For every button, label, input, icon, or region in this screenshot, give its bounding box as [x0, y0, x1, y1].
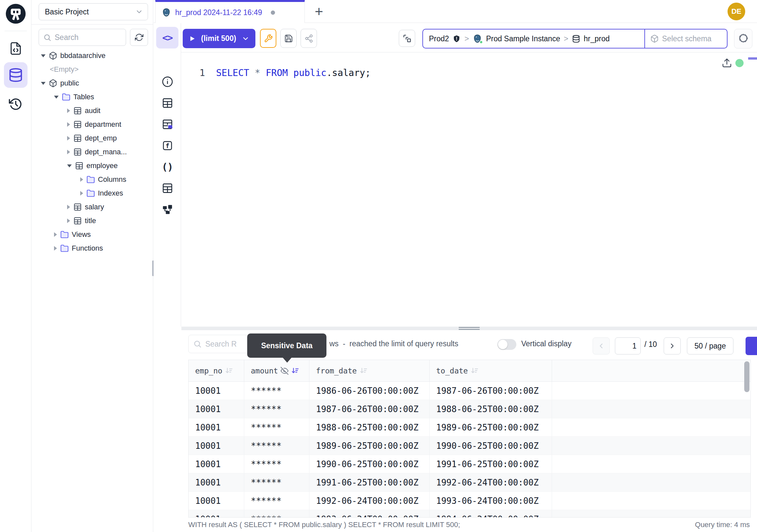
rail-item-databases[interactable] [4, 62, 27, 88]
table-cell[interactable]: 1992-06-24T00:00:00Z [430, 473, 552, 491]
tab-worksheet[interactable]: hr_prod 2024-11-22 16:49 [155, 0, 305, 23]
table-cell[interactable]: 1993-06-24T00:00:00Z [309, 510, 430, 517]
sql-editor[interactable]: 1 SELECT * FROM public.salary; [181, 53, 757, 327]
column-header-to_date[interactable]: to_date [430, 360, 552, 381]
connection-context[interactable]: Prod2 > Prod Sample Instance > hr_prod [423, 29, 644, 48]
sort-icon[interactable] [359, 366, 368, 375]
avatar[interactable]: DE [728, 3, 745, 20]
strip-item-procedures[interactable]: () [154, 156, 181, 177]
caret-right-icon[interactable] [67, 109, 70, 113]
caret-right-icon[interactable] [67, 150, 70, 154]
table-cell[interactable]: 1991-06-25T00:00:00Z [430, 455, 552, 473]
tree-item-bbdataarchive[interactable]: bbdataarchive [31, 49, 153, 63]
tree-item-employee[interactable]: employee [31, 159, 153, 172]
table-cell[interactable]: ****** [244, 455, 309, 473]
tree-item-dept-emp[interactable]: dept_emp [31, 131, 153, 145]
strip-item-masked-data[interactable] [154, 114, 181, 135]
tree-item-public[interactable]: public [31, 76, 153, 90]
table-cell[interactable]: 10001 [189, 437, 244, 455]
tree-item-title[interactable]: title [31, 214, 153, 228]
table-cell[interactable]: 10001 [189, 510, 244, 517]
tree-item-indexes[interactable]: Indexes [31, 186, 153, 200]
table-cell[interactable]: ****** [244, 382, 309, 400]
export-button-partial[interactable] [745, 337, 757, 355]
table-cell[interactable]: 1991-06-25T00:00:00Z [309, 473, 430, 491]
table-cell[interactable]: 1988-06-25T00:00:00Z [430, 400, 552, 418]
table-cell[interactable]: 1987-06-26T00:00:00Z [430, 382, 552, 400]
strip-item-sql-editor[interactable]: <> [156, 27, 178, 48]
table-cell[interactable]: 10001 [189, 455, 244, 473]
tree-item-dept-mana[interactable]: dept_mana... [31, 145, 153, 159]
table-row[interactable]: 10001******1987-06-26T00:00:00Z1988-06-2… [189, 400, 750, 418]
strip-item-external-tables[interactable] [154, 177, 181, 199]
tree-item-functions[interactable]: Functions [31, 241, 153, 255]
project-select[interactable]: Basic Project [39, 3, 148, 20]
caret-right-icon[interactable] [54, 232, 57, 237]
table-row[interactable]: 10001******1993-06-24T00:00:00Z1994-06-2… [189, 510, 750, 517]
next-page-button[interactable] [664, 337, 681, 355]
table-cell[interactable]: 10001 [189, 418, 244, 436]
page-number-input[interactable]: 1 [615, 337, 641, 355]
table-cell[interactable]: ****** [244, 437, 309, 455]
strip-item-info[interactable] [154, 71, 181, 92]
column-header-amount[interactable]: amount [244, 360, 309, 381]
table-cell[interactable]: 1989-06-25T00:00:00Z [430, 418, 552, 436]
table-cell[interactable]: ****** [244, 492, 309, 510]
strip-item-schema-diagram[interactable] [154, 199, 181, 220]
column-header-emp_no[interactable]: emp_no [189, 360, 244, 381]
table-cell[interactable]: 10001 [189, 473, 244, 491]
connection-breadcrumb[interactable]: Prod2 > Prod Sample Instance > hr_prod S… [422, 29, 728, 48]
table-cell[interactable]: 1987-06-26T00:00:00Z [309, 400, 430, 418]
caret-down-icon[interactable] [54, 96, 59, 99]
sort-icon[interactable] [470, 366, 479, 375]
schema-select[interactable]: Select schema [645, 29, 717, 48]
caret-down-icon[interactable] [41, 82, 45, 85]
rail-item-history[interactable] [8, 96, 24, 112]
caret-down-icon[interactable] [41, 54, 45, 57]
table-cell[interactable]: 10001 [189, 382, 244, 400]
table-cell[interactable]: 1986-06-26T00:00:00Z [309, 382, 430, 400]
save-button[interactable] [280, 29, 297, 48]
batch-mode-button[interactable] [399, 30, 415, 47]
search-input[interactable]: Search [39, 29, 126, 46]
upload-icon[interactable] [722, 58, 732, 68]
tree-item-views[interactable]: Views [31, 228, 153, 241]
caret-right-icon[interactable] [80, 191, 83, 196]
strip-item-tables[interactable] [154, 92, 181, 114]
page-size-select[interactable]: 50 / page [687, 337, 733, 355]
table-cell[interactable]: 1988-06-25T00:00:00Z [309, 418, 430, 436]
chevron-down-icon[interactable] [242, 35, 250, 43]
caret-right-icon[interactable] [67, 122, 70, 127]
caret-right-icon[interactable] [80, 177, 83, 182]
sort-icon[interactable] [291, 366, 299, 375]
tree-item-tables[interactable]: Tables [31, 90, 153, 104]
sort-icon[interactable] [225, 366, 233, 375]
caret-right-icon[interactable] [54, 246, 57, 251]
table-cell[interactable]: 10001 [189, 400, 244, 418]
ai-assistant-button[interactable] [734, 29, 752, 48]
table-cell[interactable]: 1994-06-24T00:00:00Z [430, 510, 552, 517]
table-row[interactable]: 10001******1989-06-25T00:00:00Z1990-06-2… [189, 437, 750, 455]
refresh-button[interactable] [130, 29, 148, 46]
table-scrollbar[interactable] [744, 361, 749, 392]
caret-right-icon[interactable] [67, 136, 70, 141]
new-tab-button[interactable]: + [310, 3, 328, 20]
code-line[interactable]: 1 SELECT * FROM public.salary; [181, 66, 371, 79]
share-button[interactable] [301, 29, 317, 48]
caret-right-icon[interactable] [67, 218, 70, 223]
table-cell[interactable]: 1993-06-24T00:00:00Z [430, 492, 552, 510]
tree-item-salary[interactable]: salary [31, 200, 153, 214]
table-row[interactable]: 10001******1992-06-24T00:00:00Z1993-06-2… [189, 492, 750, 510]
table-row[interactable]: 10001******1988-06-25T00:00:00Z1989-06-2… [189, 418, 750, 437]
run-query-button[interactable]: (limit 500) [183, 29, 256, 48]
prev-page-button[interactable] [592, 337, 610, 355]
table-cell[interactable]: ****** [244, 473, 309, 491]
table-row[interactable]: 10001******1991-06-25T00:00:00Z1992-06-2… [189, 473, 750, 492]
table-cell[interactable]: ****** [244, 510, 309, 517]
tree-item-department[interactable]: department [31, 118, 153, 131]
table-cell[interactable]: 1990-06-25T00:00:00Z [309, 455, 430, 473]
table-cell[interactable]: 1989-06-25T00:00:00Z [309, 437, 430, 455]
tree-item-columns[interactable]: Columns [31, 172, 153, 186]
column-header-from_date[interactable]: from_date [309, 360, 430, 381]
vertical-display-toggle[interactable] [497, 339, 516, 350]
